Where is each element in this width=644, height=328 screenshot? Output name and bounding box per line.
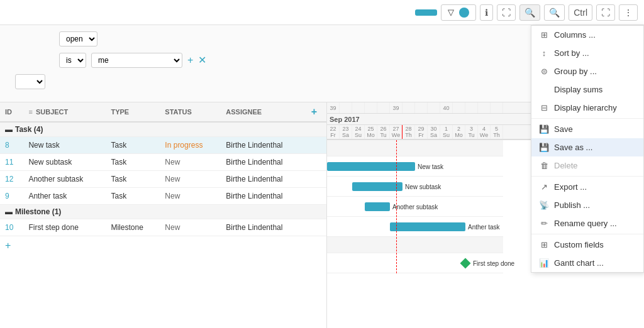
row-id-link[interactable]: 11 — [5, 158, 13, 167]
row-subject: Another subtask — [23, 171, 106, 188]
gantt-day-col: 28 Th — [402, 125, 415, 139]
gantt-day-col: 2 Mo — [453, 125, 465, 139]
gantt-bar[interactable] — [327, 162, 415, 171]
menu-divider — [531, 234, 643, 234]
table-row: 11 New subtask Task New Birthe Lindentha… — [0, 154, 326, 171]
row-status: New — [160, 219, 221, 236]
menu-item-label-custom-fields: Custom fields — [554, 240, 604, 249]
assignee-filter-operator[interactable]: is — [59, 53, 86, 68]
menu-item-icon-delete: 🗑 — [539, 161, 549, 170]
menu-item-delete: 🗑 Delete — [531, 156, 643, 175]
gantt-bar-label: New task — [418, 163, 443, 170]
menu-item-label-group-by: Group by ... — [554, 67, 597, 76]
add-filter-select[interactable] — [15, 74, 45, 89]
info-button[interactable]: ℹ — [480, 4, 493, 21]
menu-item-label-gantt-chart: Gantt chart ... — [554, 258, 604, 268]
menu-item-export[interactable]: ↗ Export ... — [531, 178, 643, 196]
fullscreen-button[interactable]: ⛶ — [497, 4, 516, 21]
gantt-bar[interactable] — [365, 202, 390, 211]
menu-item-display-hierarchy[interactable]: ⊟ Display hierarchy — [531, 99, 643, 117]
menu-item-save-as[interactable]: 💾 Save as ... — [531, 138, 643, 156]
menu-item-columns[interactable]: ⊞ Columns ... — [531, 26, 643, 44]
row-subject: Anther task — [23, 188, 106, 205]
gantt-col-top — [365, 102, 377, 113]
gantt-bar[interactable] — [352, 182, 402, 191]
expand-button[interactable]: ⛶ — [596, 4, 615, 21]
menu-item-icon-display-hierarchy: ⊟ — [539, 103, 549, 112]
menu-item-custom-fields[interactable]: ⊞ Custom fields — [531, 236, 643, 254]
menu-item-save[interactable]: 💾 Save — [531, 120, 643, 138]
gantt-col-top — [491, 102, 503, 113]
col-subject[interactable]: ≡ SUBJECT — [23, 102, 106, 122]
row-type: Task — [106, 171, 160, 188]
gantt-milestone — [460, 258, 471, 268]
gantt-row: Another subtask — [327, 197, 503, 217]
header: ▽ ℹ ⛶ 🔍 🔍 Ctrl ⛶ ⋮ — [0, 0, 644, 25]
more-menu-button[interactable]: ⋮ — [619, 4, 638, 21]
gantt-day-col: 26 Tu — [377, 125, 390, 139]
filter-badge — [459, 8, 469, 18]
gantt-row: New task — [327, 156, 503, 177]
row-assignee: Birthe Lindenthal — [221, 171, 306, 188]
gantt-day-col: 30 Sa — [428, 125, 440, 139]
menu-item-label-display-hierarchy: Display hierarchy — [554, 103, 617, 112]
menu-item-gantt-chart[interactable]: 📊 Gantt chart ... — [531, 254, 643, 272]
today-line — [396, 140, 397, 273]
menu-item-group-by[interactable]: ⊜ Group by ... — [531, 62, 643, 80]
row-subject: New subtask — [23, 154, 106, 171]
gantt-col-top: 39 — [390, 102, 402, 113]
menu-item-icon-save-as: 💾 — [539, 143, 549, 152]
table-group-row: ▬Task (4) — [0, 122, 326, 137]
gantt-col-top — [428, 102, 440, 113]
gantt-col-top — [478, 102, 491, 113]
create-button[interactable] — [415, 9, 437, 16]
gantt-group-row — [327, 140, 503, 156]
gantt-bar-label: Another subtask — [392, 203, 438, 210]
menu-item-sort-by[interactable]: ↕ Sort by ... — [531, 44, 643, 62]
menu-item-icon-sort-by: ↕ — [539, 48, 549, 58]
zoom-out-button[interactable]: 🔍 — [544, 4, 565, 21]
row-assignee: Birthe Lindenthal — [221, 188, 306, 205]
gantt-bar[interactable] — [390, 222, 465, 231]
menu-item-publish[interactable]: 📡 Publish ... — [531, 196, 643, 214]
col-id[interactable]: ID — [0, 102, 23, 122]
row-type: Task — [106, 154, 160, 171]
zoom-in-button[interactable]: 🔍 — [519, 4, 540, 21]
row-id-link[interactable]: 10 — [5, 223, 13, 232]
status-filter-value[interactable]: open — [59, 31, 97, 46]
gantt-col-top — [377, 102, 390, 113]
assignee-filter-value[interactable]: me — [91, 53, 182, 68]
menu-item-display-sums[interactable]: Display sums — [531, 80, 643, 99]
menu-item-label-save: Save — [554, 124, 573, 134]
table-row: 10 First step done Milestone New Birthe … — [0, 219, 326, 236]
add-work-package[interactable]: + — [0, 236, 326, 255]
gantt-bar-label: New subtask — [405, 183, 441, 190]
menu-item-icon-columns: ⊞ — [539, 30, 549, 40]
dropdown-menu: ⊞ Columns ... ↕ Sort by ... ⊜ Group by .… — [531, 25, 644, 273]
assignee-filter-add[interactable]: + — [187, 55, 193, 66]
menu-item-icon-custom-fields: ⊞ — [539, 240, 549, 249]
row-subject: First step done — [23, 219, 106, 236]
row-id-link[interactable]: 8 — [5, 141, 9, 150]
menu-item-label-sort-by: Sort by ... — [554, 48, 589, 58]
row-id-link[interactable]: 12 — [5, 175, 13, 183]
gantt-day-col: 1 Su — [440, 125, 453, 139]
col-status[interactable]: STATUS — [160, 102, 221, 122]
filter-button[interactable]: ▽ — [441, 4, 476, 21]
row-id-link[interactable]: 9 — [5, 192, 9, 200]
col-type[interactable]: TYPE — [106, 102, 160, 122]
table-group-row: ▬Milestone (1) — [0, 205, 326, 219]
gantt-col-top — [340, 102, 352, 113]
menu-item-label-columns: Columns ... — [554, 30, 596, 40]
menu-item-rename-query[interactable]: ✏ Rename query ... — [531, 214, 643, 232]
row-assignee: Birthe Lindenthal — [221, 154, 306, 171]
menu-item-icon-group-by: ⊜ — [539, 67, 549, 76]
menu-item-icon-export: ↗ — [539, 182, 549, 192]
col-assignee[interactable]: ASSIGNEE — [221, 102, 306, 122]
menu-divider — [531, 118, 643, 119]
assignee-filter-remove[interactable]: ✕ — [198, 55, 206, 65]
fit-button[interactable]: Ctrl — [569, 4, 592, 21]
row-type: Task — [106, 188, 160, 205]
col-add[interactable]: + — [306, 102, 326, 122]
gantt-month-label: Sep 2017 — [330, 116, 360, 123]
